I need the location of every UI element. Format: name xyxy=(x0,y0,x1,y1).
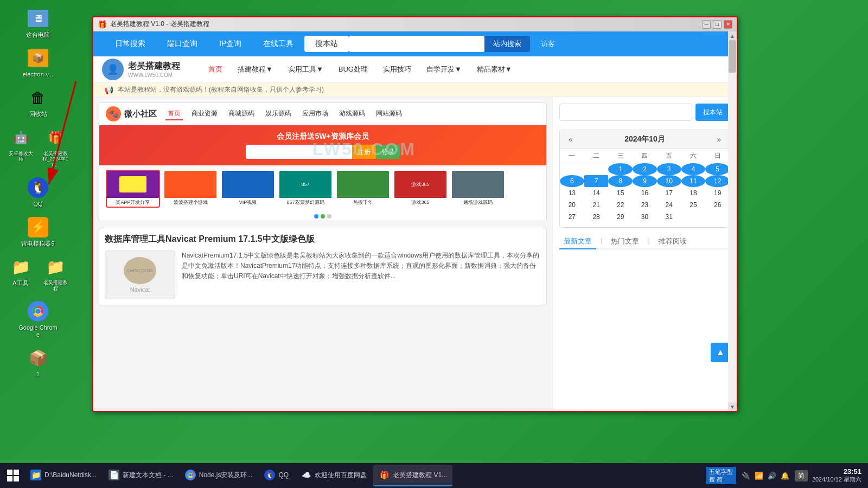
cal-day-30[interactable]: 30 xyxy=(633,211,657,223)
cal-day-22[interactable]: 22 xyxy=(608,199,633,211)
taskbar-item-baidu[interactable]: 📁 D:\BaiduNetdisk... xyxy=(25,465,102,486)
cal-day-10[interactable]: 10 xyxy=(657,175,681,187)
emb-nav-home[interactable]: 首页 xyxy=(165,108,183,120)
scroll-down-arrow[interactable]: ▼ xyxy=(728,402,737,411)
emb-nav-websites[interactable]: 网站源码 xyxy=(374,108,404,120)
cal-day-2[interactable]: 2 xyxy=(633,163,657,175)
nav-daily-search[interactable]: 日常搜索 xyxy=(104,36,156,52)
cal-day-5[interactable]: 5 xyxy=(705,163,730,175)
sidebar-search-input[interactable] xyxy=(559,104,692,121)
main-nav-skills[interactable]: 实用技巧 xyxy=(376,60,418,79)
cal-day-29[interactable]: 29 xyxy=(608,211,633,223)
cal-day-19[interactable]: 19 xyxy=(705,187,730,199)
emb-nav-shop[interactable]: 商城源码 xyxy=(226,108,257,120)
wifi-icon[interactable]: 📶 xyxy=(754,471,764,481)
cal-day-3[interactable]: 3 xyxy=(657,163,681,175)
taskbar-baidu2-label: 欢迎使用百度网盘 xyxy=(315,471,367,480)
cal-day-7[interactable]: 7 xyxy=(584,175,609,187)
language-indicator[interactable]: 简 xyxy=(795,470,808,481)
cal-day-23[interactable]: 23 xyxy=(633,199,657,211)
thumb-item-6[interactable]: 游戏365 游戏365 xyxy=(393,170,448,208)
desktop-icon-qq[interactable]: 🐧 QQ xyxy=(16,175,60,210)
desktop-icon-chrome[interactable]: Google Chrome xyxy=(16,298,60,341)
calendar-prev-btn[interactable]: « xyxy=(566,135,575,144)
sidebar-search-button[interactable]: 搜本站 xyxy=(695,104,730,121)
taskbar-item-baidu2[interactable]: ☁️ 欢迎使用百度网盘 xyxy=(295,465,372,486)
cal-day-25[interactable]: 25 xyxy=(681,199,706,211)
nav-ip-query[interactable]: IP查询 xyxy=(208,36,252,52)
desktop-icon-this-pc[interactable]: 🖥 这台电脑 xyxy=(16,5,60,41)
close-button[interactable]: ✕ xyxy=(724,20,732,29)
tab-recommend[interactable]: 推荐阅读 xyxy=(654,234,691,248)
main-nav-dev[interactable]: 自学开发▼ xyxy=(420,60,468,79)
taskbar-item-nodejs[interactable]: Node.js安装及环... xyxy=(180,465,258,486)
nav-port-query[interactable]: 端口查询 xyxy=(156,36,208,52)
thumb-item-3[interactable]: VIP视频 xyxy=(221,170,275,208)
desktop-icon-laowu-edu[interactable]: 🎁 老吴搭建教程_2024年10... xyxy=(39,125,72,170)
thumb-item-7[interactable]: 赌场游戏源码 xyxy=(451,170,505,208)
thumb-item-5[interactable]: 热搜千年 xyxy=(336,170,390,208)
thumb-item-1[interactable]: 某APP开发分享 xyxy=(106,170,160,208)
main-nav-materials[interactable]: 精品素材▼ xyxy=(470,60,519,79)
emb-nav-entertainment[interactable]: 娱乐源码 xyxy=(263,108,293,120)
cal-day-21[interactable]: 21 xyxy=(584,199,609,211)
main-nav-home[interactable]: 首页 xyxy=(202,60,229,79)
cal-day-28[interactable]: 28 xyxy=(584,211,609,223)
main-nav-build[interactable]: 搭建教程▼ xyxy=(231,60,279,79)
cal-day-15[interactable]: 15 xyxy=(608,187,633,199)
top-search-button[interactable]: 站内搜索 xyxy=(484,36,530,52)
maximize-button[interactable]: □ xyxy=(713,20,722,29)
banner-search-input[interactable] xyxy=(246,145,354,159)
network-icon[interactable]: 🔌 xyxy=(741,471,751,481)
cal-day-1[interactable]: 1 xyxy=(608,163,633,175)
cal-day-11[interactable]: 11 xyxy=(681,175,706,187)
cal-day-31[interactable]: 31 xyxy=(657,211,681,223)
start-button[interactable] xyxy=(2,465,24,486)
cal-day-8[interactable]: 8 xyxy=(608,175,633,187)
desktop-icon-recycle[interactable]: 🗑 回收站 xyxy=(16,85,60,120)
nav-online-tools[interactable]: 在线工具 xyxy=(252,36,304,52)
desktop-icon-archive[interactable]: 📦 1 xyxy=(16,345,60,380)
cal-day-20[interactable]: 20 xyxy=(560,199,584,211)
tab-latest[interactable]: 最新文章 xyxy=(559,234,596,249)
desktop-icon-folder-laowu[interactable]: 📁 老吴搭建教程 xyxy=(39,254,72,294)
cal-day-13[interactable]: 13 xyxy=(560,187,584,199)
main-nav-tools[interactable]: 实用工具▼ xyxy=(282,60,330,79)
calendar-next-btn[interactable]: » xyxy=(714,135,723,144)
desktop-icon-thunder[interactable]: ⚡ 雷电模拟器9 xyxy=(16,214,60,249)
emb-nav-games[interactable]: 游戏源码 xyxy=(337,108,367,120)
main-nav-bugs[interactable]: BUG处理 xyxy=(332,60,374,79)
nav-search-site[interactable]: 搜本站 xyxy=(304,36,349,52)
notification-icon[interactable]: 🔔 xyxy=(780,471,790,481)
cal-day-26[interactable]: 26 xyxy=(705,199,730,211)
top-search-input[interactable] xyxy=(349,36,484,52)
cal-day-14[interactable]: 14 xyxy=(584,187,609,199)
cal-day-17[interactable]: 17 xyxy=(657,187,681,199)
taskbar-item-notepad[interactable]: 📄 新建文本文档 - ... xyxy=(103,465,178,486)
desktop-icon-folder-a[interactable]: 📁 A工具 xyxy=(4,254,37,294)
taskbar-item-laowu[interactable]: 🎁 老吴搭建教程 V1... xyxy=(373,465,452,486)
desktop-icon-electron[interactable]: 📦 electron-v... xyxy=(16,45,60,80)
cal-day-16[interactable]: 16 xyxy=(633,187,657,199)
emb-nav-appmarket[interactable]: 应用市场 xyxy=(300,108,330,120)
cal-day-12[interactable]: 12 xyxy=(705,175,730,187)
scroll-top-button[interactable]: ▲ xyxy=(711,343,730,362)
input-method-indicator[interactable]: 五笔字型 搜 简 xyxy=(706,467,736,485)
emb-nav-business[interactable]: 商业资源 xyxy=(189,108,220,120)
cal-day-24[interactable]: 24 xyxy=(657,199,681,211)
taskbar-item-qq[interactable]: 🐧 QQ xyxy=(259,465,294,486)
desktop-icon-android[interactable]: 🤖 安卓修改大师 xyxy=(4,125,37,170)
thumb-item-4[interactable]: 857 857彩票梦幻源码 xyxy=(278,170,333,208)
banner-register-btn[interactable]: 注册 xyxy=(352,145,376,159)
tab-hot[interactable]: 热门文章 xyxy=(607,234,643,248)
cal-day-4[interactable]: 4 xyxy=(681,163,706,175)
volume-icon[interactable]: 🔊 xyxy=(767,471,777,481)
cal-day-27[interactable]: 27 xyxy=(560,211,584,223)
banner-login-btn[interactable]: 登录 xyxy=(376,145,400,159)
cal-day-9[interactable]: 9 xyxy=(633,175,657,187)
window-scrollbar[interactable]: ▲ ▼ xyxy=(728,97,737,411)
cal-day-18[interactable]: 18 xyxy=(681,187,706,199)
cal-day-6[interactable]: 6 xyxy=(560,175,584,187)
minimize-button[interactable]: ─ xyxy=(702,20,711,29)
thumb-item-2[interactable]: 波波搭建小游戏 xyxy=(163,170,218,208)
